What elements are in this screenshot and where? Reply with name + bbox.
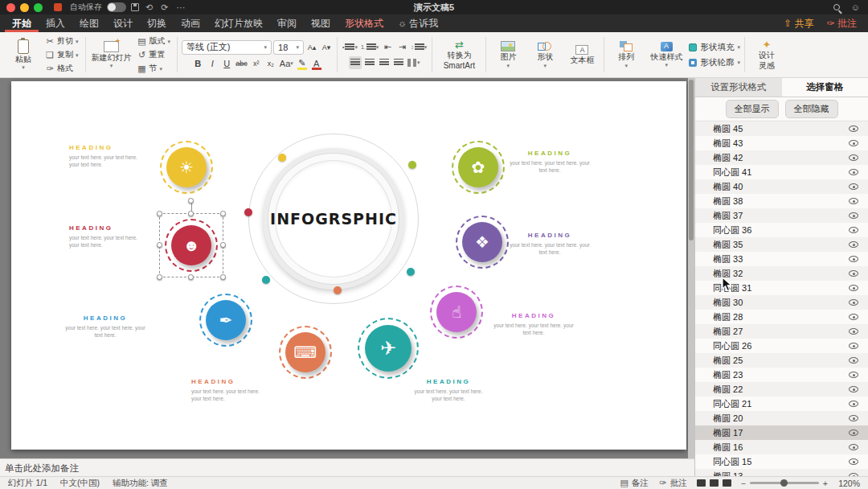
shape-row[interactable]: 椭圆 22 <box>695 382 868 397</box>
increase-indent-button[interactable]: ⇥ <box>395 41 408 54</box>
zoom-slider[interactable] <box>750 482 819 484</box>
eye-icon[interactable] <box>849 458 858 465</box>
save-icon[interactable] <box>131 3 139 11</box>
slideshow-view-button[interactable] <box>723 479 731 487</box>
numbering-button[interactable]: 1.▾ <box>360 41 379 54</box>
convert-to-smartart-button[interactable]: ⇄ 转换为 SmartArt <box>436 39 481 70</box>
insert-shape-button[interactable]: 形状 ▾ <box>527 41 563 68</box>
shape-row[interactable]: 椭圆 30 <box>695 295 868 310</box>
item-dashed-ring[interactable]: ❖ <box>456 216 509 269</box>
tab-切换[interactable]: 切换 <box>140 14 174 32</box>
shape-row[interactable]: 椭圆 20 <box>695 411 868 425</box>
resize-handle[interactable] <box>157 211 162 216</box>
close-window-button[interactable] <box>6 3 15 12</box>
shape-row[interactable]: 椭圆 40 <box>695 179 868 194</box>
eye-icon[interactable] <box>849 198 858 204</box>
strikethrough-button[interactable]: abc <box>235 57 248 70</box>
resize-handle[interactable] <box>220 211 226 216</box>
vertical-scrollbar[interactable] <box>688 78 694 458</box>
cut-button[interactable]: ✂剪切▾ <box>43 35 81 47</box>
resize-handle[interactable] <box>157 242 162 248</box>
font-name-select[interactable]: 等线 (正文)▾ <box>182 40 272 55</box>
shape-row[interactable]: 同心圆 15 <box>695 454 868 469</box>
shape-row[interactable]: 椭圆 23 <box>695 368 868 382</box>
copy-button[interactable]: ❏复制▾ <box>43 48 81 61</box>
tab-动画[interactable]: 动画 <box>174 14 207 32</box>
shape-row[interactable]: 椭圆 32 <box>695 266 868 281</box>
zoom-out-button[interactable]: − <box>741 479 746 488</box>
columns-button[interactable]: ▾ <box>407 56 421 69</box>
slide-canvas[interactable]: INFOGRSPHIC HEADINGyour text here. your … <box>11 81 686 450</box>
grow-font-button[interactable]: A▴ <box>305 41 318 54</box>
quick-styles-button[interactable]: 快速样式 ▾ <box>645 42 687 68</box>
decrease-indent-button[interactable]: ⇤ <box>381 41 394 54</box>
eye-icon[interactable] <box>849 285 858 291</box>
design-ideas-button[interactable]: ✦ 设计 灵感 <box>749 39 784 70</box>
normal-view-button[interactable] <box>697 479 706 487</box>
item-dashed-ring[interactable]: ✿ <box>452 141 505 194</box>
eye-icon[interactable] <box>849 328 858 335</box>
tab-幻灯片放映[interactable]: 幻灯片放映 <box>207 14 270 32</box>
item-dashed-ring[interactable]: ✈ <box>358 318 419 379</box>
shape-row[interactable]: 椭圆 38 <box>695 194 868 208</box>
zoom-level[interactable]: 120% <box>837 479 860 488</box>
item-dashed-ring[interactable]: ⌨ <box>279 326 332 379</box>
eye-icon[interactable] <box>849 169 858 175</box>
resize-handle[interactable] <box>188 211 194 216</box>
item-dashed-ring[interactable]: ☝ <box>430 286 483 339</box>
insert-picture-button[interactable]: 图片 ▾ <box>490 41 526 68</box>
redo-icon[interactable]: ⟳ <box>159 3 170 12</box>
eye-icon[interactable] <box>849 357 858 364</box>
tab-selection-pane[interactable]: 选择窗格 <box>782 78 868 97</box>
change-case-button[interactable]: Aa▾ <box>279 57 294 70</box>
notes-toggle[interactable]: ▤备注 <box>620 478 649 489</box>
search-icon[interactable] <box>833 4 840 10</box>
resize-handle[interactable] <box>157 274 162 280</box>
paste-button[interactable]: 粘贴 ▾ <box>6 39 41 71</box>
eye-icon[interactable] <box>849 444 858 450</box>
shape-row[interactable]: 同心圆 21 <box>695 397 868 411</box>
shape-row[interactable]: 同心圆 31 <box>695 281 868 295</box>
eye-icon[interactable] <box>849 270 858 277</box>
align-right-button[interactable] <box>378 56 391 69</box>
tab-插入[interactable]: 插入 <box>39 14 72 32</box>
eye-icon[interactable] <box>849 183 858 190</box>
shape-row[interactable]: 椭圆 37 <box>695 208 868 223</box>
subscript-button[interactable]: x₂ <box>264 57 277 70</box>
eye-icon[interactable] <box>849 429 858 436</box>
notes-placeholder[interactable]: 单击此处添加备注 <box>0 458 694 476</box>
eye-icon[interactable] <box>849 473 858 476</box>
arrange-button[interactable]: 排列 ▾ <box>608 41 644 68</box>
superscript-button[interactable]: x² <box>250 57 263 70</box>
format-painter-button[interactable]: ✑格式 <box>43 62 81 75</box>
shape-row[interactable]: 同心圆 26 <box>695 339 868 353</box>
rotate-handle[interactable] <box>188 198 194 203</box>
insert-textbox-button[interactable]: 文本框 <box>564 45 600 65</box>
resize-handle[interactable] <box>220 274 226 280</box>
tab-设计[interactable]: 设计 <box>106 14 140 32</box>
resize-handle[interactable] <box>188 274 194 280</box>
italic-button[interactable]: I <box>206 57 219 70</box>
eye-icon[interactable] <box>849 241 858 248</box>
tab-形状格式[interactable]: 形状格式 <box>338 14 391 32</box>
eye-icon[interactable] <box>849 372 858 378</box>
tab-审阅[interactable]: 审阅 <box>270 14 304 32</box>
zoom-in-button[interactable]: + <box>823 479 828 488</box>
eye-icon[interactable] <box>849 212 858 219</box>
bullets-button[interactable]: •▾ <box>342 41 358 54</box>
eye-icon[interactable] <box>849 125 858 132</box>
autosave-toggle[interactable] <box>107 2 126 12</box>
zoom-slider-knob[interactable] <box>780 479 788 487</box>
accessibility-status[interactable]: 辅助功能: 调查 <box>113 478 168 489</box>
shape-row[interactable]: 椭圆 42 <box>695 150 868 165</box>
resize-handle[interactable] <box>220 242 226 248</box>
highlight-color-button[interactable]: ✎ <box>296 57 309 70</box>
new-slide-button[interactable]: 新建幻灯片 ▾ <box>90 41 133 69</box>
shrink-font-button[interactable]: A▾ <box>320 41 333 54</box>
share-button[interactable]: ⇧ 共享 <box>784 17 813 31</box>
eye-icon[interactable] <box>849 386 858 392</box>
section-button[interactable]: ▦节▾ <box>135 62 174 75</box>
font-color-button[interactable]: A <box>310 57 323 70</box>
layout-button[interactable]: ▤版式▾ <box>135 35 174 47</box>
eye-icon[interactable] <box>849 154 858 161</box>
